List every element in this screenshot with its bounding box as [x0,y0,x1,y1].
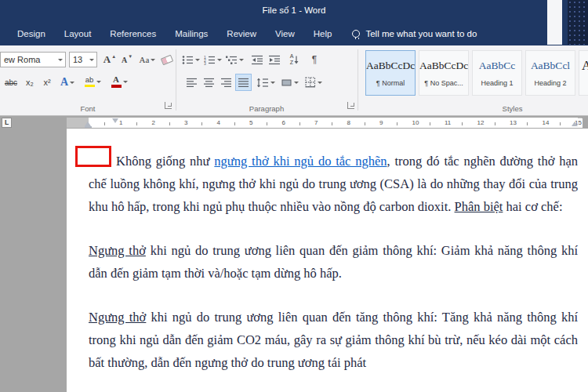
decrease-indent-button[interactable] [249,51,265,68]
right-indent-marker[interactable] [572,122,578,126]
window-decoration-pattern [568,0,588,45]
highlight-glyph: ab [85,76,94,84]
chevron-down-icon [123,81,128,83]
text-run: Không giống như [116,154,214,169]
numbering-icon: 1 2 3 [204,55,216,65]
horizontal-ruler[interactable]: L 123456789101112131415 [0,116,588,129]
document-text[interactable]: Không giống như ngưng thở khi ngủ do tắc… [89,150,578,392]
window-title: File số 1 - Word [0,5,588,15]
multilevel-list-icon [226,55,238,65]
sort-button[interactable]: A Z [285,51,304,68]
hyperlink-text[interactable]: ngưng thở khi ngủ do tắc nghẽn [214,154,387,169]
text-run: khi ngủ do trung ương liên quan đến giảm… [89,243,578,281]
borders-button[interactable] [304,74,325,91]
styles-group-label: Styles [358,104,588,113]
down-arrow-icon: ▼ [128,54,132,59]
increase-indent-button[interactable] [267,51,282,68]
ruler-number: 8 [346,118,351,128]
bullets-button[interactable] [182,51,202,68]
numbering-button[interactable]: 1 2 3 [204,51,224,68]
group-separator [176,49,176,111]
first-line-indent-marker[interactable] [112,118,118,123]
superscript-glyph: x² [43,78,50,87]
ribbon-tab-row: Design Layout References Mailings Review… [0,22,588,45]
title-bar: File số 1 - Word [0,0,588,22]
chevron-down-icon [294,82,299,84]
tab-help[interactable]: Help [304,23,342,45]
font-color-icon: A [111,75,122,88]
ruler-number: 7 [314,118,319,128]
tell-me-box[interactable]: Tell me what you want to do [352,29,477,38]
style-card-no-spacing[interactable]: AaBbCcDc ¶ No Spac... [419,50,469,96]
style-name: ¶ Normal [366,79,415,87]
shrink-font-glyph: A [122,56,127,64]
tab-mailings[interactable]: Mailings [165,23,217,45]
ruler-number: 12 [476,118,485,128]
tab-design[interactable]: Design [8,23,55,45]
style-card-partial[interactable]: A [579,50,588,96]
change-case-button[interactable]: Aa [138,51,159,68]
tab-references[interactable]: References [100,23,165,45]
shading-button[interactable] [281,74,301,91]
highlight-icon: ab [85,76,95,87]
align-left-button[interactable] [183,74,200,91]
multilevel-list-button[interactable] [226,51,246,68]
left-indent-marker[interactable] [85,126,92,128]
borders-icon [305,77,316,88]
align-center-icon [204,78,215,88]
lightbulb-icon [352,30,360,38]
document-page[interactable]: Không giống như ngưng thở khi ngủ do tắc… [67,129,588,392]
ruler-ticks [89,122,578,125]
grow-font-button[interactable]: A▲ [102,51,118,68]
chevron-down-icon[interactable] [58,59,63,61]
up-arrow-icon: ▲ [111,54,116,59]
font-color-swatch [111,85,122,88]
text-run: Ngưng thở [89,243,146,258]
strikethrough-button[interactable]: abc [2,74,20,91]
text-run: khi ngủ do trung ương liên quan đến tăng… [89,310,578,370]
ruler-number: 2 [151,118,156,128]
justify-button[interactable] [235,74,252,91]
style-card-heading-2[interactable]: AaBbCcl Heading 2 [525,50,575,96]
paragraph-group-label: Paragraph [176,104,358,113]
line-spacing-button[interactable] [256,74,278,91]
align-left-icon [187,78,198,88]
subscript-button[interactable]: x₂ [22,74,38,91]
style-card-normal[interactable]: AaBbCcDc ¶ Normal [365,50,416,96]
text-run: Phân biệt [455,199,503,214]
style-preview: AaBbCcDc [419,60,468,72]
align-right-icon [221,78,232,88]
font-size-combo[interactable]: 13 [69,52,97,67]
superscript-button[interactable]: x² [39,74,55,91]
chevron-down-icon[interactable] [89,59,94,61]
text-run: hai cơ chế: [503,199,562,214]
paragraph[interactable]: Không giống như ngưng thở khi ngủ do tắc… [89,150,578,218]
ruler-number: 3 [183,118,189,128]
text-effects-button[interactable]: A [58,74,79,91]
chevron-down-icon [270,82,275,84]
font-color-button[interactable]: A [108,73,132,90]
align-center-button[interactable] [201,74,217,91]
chevron-down-icon [151,59,155,61]
clear-formatting-button[interactable] [160,51,174,68]
ruler-number: 5 [249,118,254,128]
svg-text:3: 3 [204,60,206,65]
paragraph[interactable]: Ngưng thở khi ngủ do trung ương liên qua… [89,239,578,285]
tab-view[interactable]: View [266,23,304,45]
tab-review[interactable]: Review [217,23,266,45]
group-separator [358,49,358,111]
style-card-heading-1[interactable]: AaBbCc Heading 1 [472,50,522,96]
increase-indent-icon [269,55,281,65]
tab-layout[interactable]: Layout [55,23,101,45]
ruler-number: 9 [379,118,384,128]
show-formatting-marks-button[interactable]: ¶ [307,51,321,68]
tab-selector[interactable]: L [2,118,12,128]
font-name-combo[interactable]: ew Roma [0,52,66,67]
line-spacing-icon [256,78,269,88]
ruler-number: 11 [444,118,452,128]
paragraph[interactable]: Ngưng thở khi ngủ do trung ương liên qua… [89,306,578,374]
align-right-button[interactable] [218,74,234,91]
highlight-color-button[interactable]: ab [82,73,106,90]
style-name: ¶ No Spac... [419,79,468,87]
shrink-font-button[interactable]: A▼ [119,51,135,68]
